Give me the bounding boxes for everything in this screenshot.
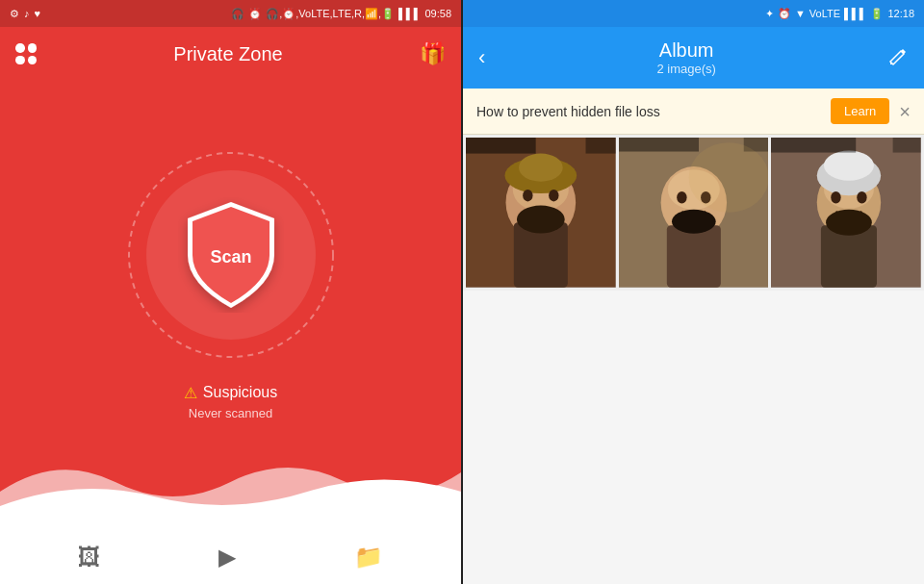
headphone-icon: 🎧: [231, 8, 244, 20]
svg-point-31: [858, 191, 867, 203]
right-status-right: ✦ ⏰ ▼ VoLTE ▌▌▌ 🔋 12:18: [765, 8, 914, 20]
alarm-icon: ⏰: [248, 8, 262, 20]
painting-3-svg: [771, 138, 921, 288]
svg-rect-17: [666, 225, 720, 287]
suspicious-row: ⚠ Suspicious: [184, 384, 277, 402]
right-volte-label: VoLTE: [809, 8, 840, 19]
status-text-area: ⚠ Suspicious Never scanned: [184, 384, 277, 420]
right-time: 12:18: [887, 8, 914, 19]
svg-point-20: [672, 210, 716, 234]
svg-point-11: [517, 206, 565, 234]
shield-status-icon: ♥: [35, 8, 41, 19]
svg-point-30: [832, 191, 841, 203]
right-alarm-icon: ⏰: [778, 8, 791, 20]
image-thumb-1[interactable]: [466, 138, 616, 288]
svg-rect-33: [771, 138, 856, 153]
right-status-bar: ✦ ⏰ ▼ VoLTE ▌▌▌ 🔋 12:18: [463, 0, 924, 27]
edit-icon: [887, 45, 909, 66]
svg-point-8: [519, 154, 563, 182]
info-banner: How to prevent hidden file loss Learn ×: [463, 89, 924, 135]
music-icon: ♪: [24, 8, 30, 19]
gift-button[interactable]: 🎁: [420, 41, 446, 66]
svg-point-23: [688, 142, 768, 213]
image-grid: [463, 135, 924, 291]
svg-text:Scan: Scan: [210, 247, 251, 267]
svg-rect-34: [893, 138, 921, 153]
edit-button[interactable]: [887, 45, 909, 71]
painting-2-svg: [619, 138, 769, 288]
right-phone: ✦ ⏰ ▼ VoLTE ▌▌▌ 🔋 12:18 ‹ Album 2 image(…: [463, 0, 924, 584]
apps-grid-icon[interactable]: [15, 43, 37, 64]
wave-svg: [0, 434, 461, 530]
scan-circle-container[interactable]: Scan: [125, 149, 337, 361]
learn-button[interactable]: Learn: [831, 98, 889, 124]
page-title: Private Zone: [173, 43, 282, 65]
bluetooth-icon: ✦: [765, 8, 774, 20]
left-status-icons: ⚙ ♪ ♥: [10, 8, 40, 20]
banner-text: How to prevent hidden file loss: [476, 104, 821, 119]
album-title-area: Album 2 image(s): [497, 39, 876, 76]
svg-point-28: [824, 150, 874, 180]
signal-icon: ▌▌▌: [398, 8, 421, 19]
left-status-bar: ⚙ ♪ ♥ 🎧 ⏰ 🎧,⏰,VoLTE,LTE,R,📶,🔋 ▌▌▌ 09:58: [0, 0, 461, 27]
back-button[interactable]: ‹: [478, 45, 485, 70]
left-phone: ⚙ ♪ ♥ 🎧 ⏰ 🎧,⏰,VoLTE,LTE,R,📶,🔋 ▌▌▌ 09:58 …: [0, 0, 461, 584]
grid-apps-icon: ⚙: [10, 8, 19, 20]
right-battery-icon: 🔋: [870, 8, 884, 20]
left-top-bar: Private Zone 🎁: [0, 27, 461, 81]
shield-svg: Scan: [178, 197, 284, 313]
shield-container: Scan: [178, 197, 284, 313]
wifi-icon: ▼: [795, 8, 806, 19]
bottom-nav: 🖼 ▶ 📁: [0, 530, 461, 584]
svg-rect-21: [619, 138, 699, 152]
svg-point-10: [549, 190, 558, 201]
album-title: Album: [659, 39, 714, 62]
nav-photos-icon[interactable]: 🖼: [78, 544, 101, 571]
time-left: 09:58: [424, 8, 451, 19]
painting-1-svg: [466, 138, 616, 288]
banner-close-button[interactable]: ×: [899, 102, 911, 121]
album-subtitle: 2 image(s): [656, 62, 715, 76]
warning-icon: ⚠: [184, 384, 197, 402]
right-signal-icon: ▌▌▌: [844, 8, 866, 19]
volte-label: 🎧,⏰,VoLTE,LTE,R,📶,🔋: [266, 8, 395, 20]
svg-rect-13: [586, 138, 616, 154]
svg-point-9: [523, 190, 532, 201]
right-top-bar: ‹ Album 2 image(s): [463, 27, 924, 89]
never-scanned-label: Never scanned: [189, 406, 272, 420]
image-thumb-2[interactable]: [619, 138, 769, 288]
nav-videos-icon[interactable]: ▶: [218, 544, 236, 571]
svg-point-32: [826, 210, 872, 236]
left-status-right: 🎧 ⏰ 🎧,⏰,VoLTE,LTE,R,📶,🔋 ▌▌▌ 09:58: [231, 8, 451, 20]
suspicious-label: Suspicious: [203, 384, 277, 401]
svg-rect-12: [466, 138, 536, 154]
svg-point-18: [677, 191, 686, 203]
scan-area: Scan ⚠ Suspicious Never scanned: [0, 81, 461, 488]
image-thumb-3[interactable]: [771, 138, 921, 288]
nav-files-icon[interactable]: 📁: [354, 544, 383, 571]
